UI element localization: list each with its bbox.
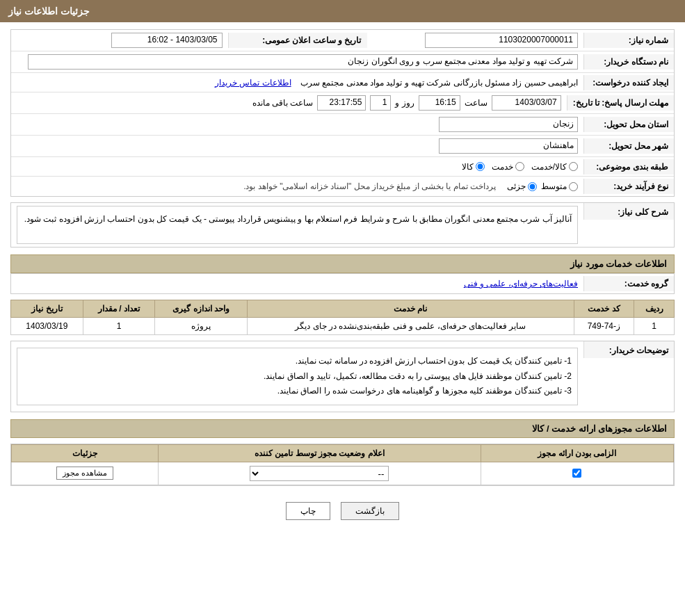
service-group-label: گروه خدمت: <box>583 276 674 291</box>
cell-name: سایر فعالیت‌های حرفه‌ای، علمی و فنی طبقه… <box>248 318 574 335</box>
col-header-date: تاریخ نیاز <box>11 300 83 318</box>
service-group-link[interactable]: فعالیت‌های حرفه‌ای، علمی و فنی <box>464 279 578 289</box>
date-field: 1403/03/05 - 16:02 <box>111 33 223 48</box>
col-header-qty: تعداد / مقدار <box>83 300 155 318</box>
buyer-notes-line1: 1- تامین کنندگان یک قیمت کل بدون احتساب … <box>23 354 572 369</box>
buyer-org-label: نام دستگاه خریدار: <box>583 54 674 70</box>
category-label: طبقه بندی موضوعی: <box>583 159 674 175</box>
radio-kala-khedmat-input[interactable] <box>569 162 578 171</box>
services-table: ردیف کد خدمت نام خدمت واحد اندازه گیری ت… <box>10 300 675 335</box>
deadline-row: مهلت ارسال پاسخ: تا تاریخ: 1403/03/07 سا… <box>11 92 674 114</box>
col-header-row: ردیف <box>634 300 675 318</box>
services-section: گروه خدمت: فعالیت‌های حرفه‌ای، علمی و فن… <box>10 273 675 294</box>
buyer-notes-value: 1- تامین کنندگان یک قیمت کل بدون احتساب … <box>11 341 583 412</box>
radio-motavasset[interactable]: متوسط <box>541 181 578 191</box>
need-number-field: 1103020007000011 <box>425 33 578 48</box>
response-time-field: 16:15 <box>419 95 460 111</box>
cell-code: ز-74-749 <box>574 318 634 335</box>
radio-khedmat-label: خدمت <box>492 162 513 172</box>
description-label: شرح کلی نیاز: <box>583 203 674 220</box>
services-table-section: ردیف کد خدمت نام خدمت واحد اندازه گیری ت… <box>10 300 675 335</box>
radio-jozi[interactable]: جزئی <box>507 181 537 191</box>
response-date-field: 1403/03/07 <box>492 95 561 111</box>
radio-kala-khedmat[interactable]: کالا/خدمت <box>531 162 578 172</box>
col-header-unit: واحد اندازه گیری <box>155 300 248 318</box>
radio-khedmat-input[interactable] <box>515 162 524 171</box>
remaining-label: ساعت باقی مانده <box>252 98 314 108</box>
buyer-org-field: شرکت تهیه و تولید مواد معدنی مجتمع سرب و… <box>28 54 578 70</box>
contact-link[interactable]: اطلاعات تماس خریدار <box>215 78 291 88</box>
requester-name: ابراهیمی حسین زاد مسئول بازرگانی شرکت ته… <box>300 78 578 88</box>
main-form-section: شماره نیاز: 1103020007000011 تاریخ و ساع… <box>10 29 675 197</box>
date-label: تاریخ و ساعت اعلان عمومی: <box>228 33 367 48</box>
description-value: آنالیز آب شرب مجتمع معدنی انگوران مطابق … <box>11 203 583 247</box>
radio-motavasset-input[interactable] <box>569 182 578 191</box>
licenses-section-title: اطلاعات مجوزهای ارائه خدمت / کالا <box>10 419 675 438</box>
lic-col-details: جزئیات <box>12 444 159 462</box>
cell-qty: 1 <box>83 318 155 335</box>
cell-date: 1403/03/19 <box>11 318 83 335</box>
view-license-button[interactable]: مشاهده مجوز <box>56 467 113 480</box>
description-row: شرح کلی نیاز: آنالیز آب شرب مجتمع معدنی … <box>11 203 674 247</box>
page-title: جزئیات اطلاعات نیاز <box>8 6 90 17</box>
licenses-table-row: -- مشاهده مجوز <box>12 462 674 485</box>
back-button[interactable]: بازگشت <box>341 502 399 520</box>
print-button[interactable]: چاپ <box>286 502 330 520</box>
lic-status-cell: -- <box>159 462 481 485</box>
purchase-type-row: نوع فرآیند خرید: متوسط جزئی پرداخت تمام … <box>11 177 674 196</box>
category-value: کالا/خدمت خدمت کالا <box>11 159 583 175</box>
page-header: جزئیات اطلاعات نیاز <box>0 0 685 22</box>
province-value: زنجان <box>11 114 583 135</box>
cell-unit: پروژه <box>155 318 248 335</box>
page-wrapper: جزئیات اطلاعات نیاز شماره نیاز: 11030200… <box>0 0 685 616</box>
table-row: 1 ز-74-749 سایر فعالیت‌های حرفه‌ای، علمی… <box>11 318 675 335</box>
need-number-label: شماره نیاز: <box>583 33 674 48</box>
purchase-type-value: متوسط جزئی پرداخت تمام یا بخشی از مبلغ خ… <box>11 179 583 194</box>
button-bar: بازگشت چاپ <box>10 492 675 530</box>
buyer-notes-line3: 3- تامین کنندگان موظفند کلیه مجوزها و گو… <box>23 384 572 399</box>
service-group-row: گروه خدمت: فعالیت‌های حرفه‌ای، علمی و فن… <box>11 274 674 293</box>
category-row: طبقه بندی موضوعی: کالا/خدمت خدمت <box>11 157 674 177</box>
deadline-label: مهلت ارسال پاسخ: تا تاریخ: <box>567 95 674 111</box>
lic-status-select[interactable]: -- <box>250 466 389 481</box>
city-field: ماهنشان <box>439 138 578 154</box>
lic-details-cell: مشاهده مجوز <box>12 462 159 485</box>
radio-kala-input[interactable] <box>476 162 485 171</box>
buyer-org-value: شرکت تهیه و تولید مواد معدنی مجتمع سرب و… <box>11 51 583 72</box>
services-table-header-row: ردیف کد خدمت نام خدمت واحد اندازه گیری ت… <box>11 300 675 318</box>
lic-col-required: الزامی بودن ارائه مجوز <box>481 444 673 462</box>
radio-kala-khedmat-label: کالا/خدمت <box>531 162 567 172</box>
radio-jozi-input[interactable] <box>528 182 537 191</box>
buyer-notes-row: توضیحات خریدار: 1- تامین کنندگان یک قیمت… <box>11 341 674 412</box>
time-label: ساعت <box>465 98 487 108</box>
col-header-name: نام خدمت <box>248 300 574 318</box>
need-number-row: شماره نیاز: 1103020007000011 تاریخ و ساع… <box>11 30 674 51</box>
province-field: زنجان <box>439 117 578 132</box>
main-content: شماره نیاز: 1103020007000011 تاریخ و ساع… <box>0 22 685 537</box>
cell-row: 1 <box>634 318 675 335</box>
lic-col-status: اعلام وضعیت مجوز توسط تامین کننده <box>159 444 481 462</box>
purchase-type-label: نوع فرآیند خرید: <box>583 179 674 194</box>
lic-required-cell <box>481 462 673 485</box>
requester-label: ایجاد کننده درخواست: <box>583 75 674 90</box>
date-value: 1403/03/05 - 16:02 <box>11 30 228 51</box>
licenses-section: الزامی بودن ارائه مجوز اعلام وضعیت مجوز … <box>10 444 675 486</box>
col-header-code: کد خدمت <box>574 300 634 318</box>
need-number-value: 1103020007000011 <box>367 30 584 51</box>
radio-jozi-label: جزئی <box>507 181 526 191</box>
remaining-time-field: 23:17:55 <box>317 95 366 111</box>
city-row: شهر محل تحویل: ماهنشان <box>11 136 674 157</box>
requester-row: ایجاد کننده درخواست: ابراهیمی حسین زاد م… <box>11 73 674 92</box>
lic-required-checkbox[interactable] <box>572 469 581 478</box>
licenses-header-row: الزامی بودن ارائه مجوز اعلام وضعیت مجوز … <box>12 444 674 462</box>
services-section-title: اطلاعات خدمات مورد نیاز <box>10 254 675 273</box>
purchase-note: پرداخت تمام یا بخشی از مبلغ خریداز محل "… <box>243 181 496 191</box>
radio-kala[interactable]: کالا <box>462 162 485 172</box>
radio-khedmat[interactable]: خدمت <box>492 162 524 172</box>
city-value: ماهنشان <box>11 136 583 156</box>
radio-motavasset-label: متوسط <box>541 181 567 191</box>
province-label: استان محل تحویل: <box>583 117 674 132</box>
deadline-value: 1403/03/07 ساعت 16:15 روز و 1 23:17:55 س… <box>11 92 567 113</box>
radio-kala-label: کالا <box>462 162 474 172</box>
buyer-notes-line2: 2- تامین کنندگان موظفند فایل های پیوستی … <box>23 369 572 384</box>
